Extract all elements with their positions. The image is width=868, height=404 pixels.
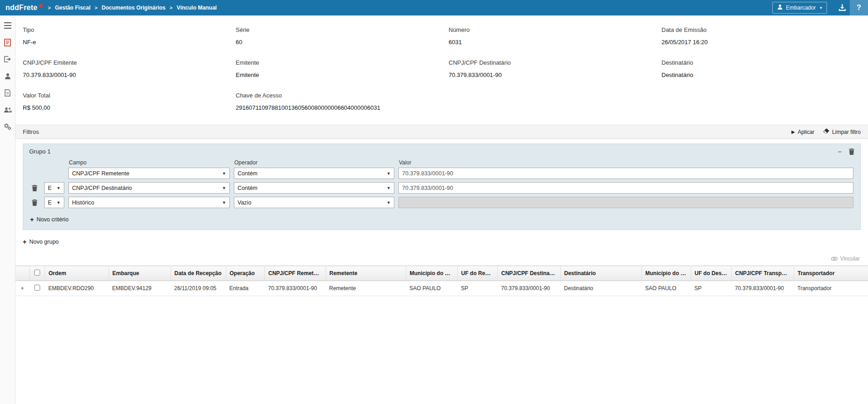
table-header-row: Ordem Embarque Data de Recepção Operação… xyxy=(16,266,868,281)
campo-select[interactable]: CNPJ/CPF Destinatário ▼ xyxy=(68,182,230,194)
cell-cnpj-destinatario: 70.379.833/0001-90 xyxy=(497,281,560,296)
column-header-ordem[interactable]: Ordem xyxy=(45,266,108,281)
table-row: + EMBDEV.RDO290 EMBDEV.94129 26/11/2019 … xyxy=(16,281,868,296)
field-data-emissao: Data de Emissão 26/05/2017 16:20 xyxy=(661,26,860,46)
campo-select[interactable]: CNPJ/CPF Remetente ▼ xyxy=(68,168,230,179)
results-table: Ordem Embarque Data de Recepção Operação… xyxy=(16,266,868,296)
operador-select[interactable]: Contém ▼ xyxy=(234,182,394,194)
chevron-down-icon: ▼ xyxy=(54,186,61,190)
new-group-label: Novo grupo xyxy=(29,239,59,245)
field-label: Valor Total xyxy=(23,92,236,99)
conjunction-select[interactable]: E ▼ xyxy=(44,197,64,208)
field-emitente: Emitente Emitente xyxy=(236,59,449,78)
filters-bar: Filtros ▶ Aplicar Limpar filtro xyxy=(16,125,868,139)
cell-ordem: EMBDEV.RDO290 xyxy=(45,281,108,296)
download-button[interactable] xyxy=(834,0,850,15)
field-value: 26/05/2017 16:20 xyxy=(661,39,860,46)
cell-embarque: EMBDEV.94129 xyxy=(108,281,170,296)
column-header-municipio-destinatario[interactable]: Município do De... xyxy=(641,266,691,281)
cell-destinatario: Destinatário xyxy=(560,281,641,296)
select-all-checkbox[interactable] xyxy=(34,270,40,276)
field-label: Número xyxy=(449,26,661,33)
apply-filter-label: Aplicar xyxy=(798,129,815,135)
breadcrumb-item-documentos-originarios[interactable]: Documentos Originários xyxy=(102,5,165,11)
delete-group-icon[interactable] xyxy=(849,148,854,155)
cell-municipio-remetente: SAO PAULO xyxy=(406,281,457,296)
help-button[interactable]: ? xyxy=(850,0,868,15)
field-valor-total: Valor Total R$ 500,00 xyxy=(23,92,236,111)
breadcrumb: > Gestão Fiscal > Documentos Originários… xyxy=(48,5,217,11)
column-header-transportador[interactable]: Transportador xyxy=(794,266,868,281)
plus-icon: + xyxy=(23,238,26,245)
brand-text: nddFrete xyxy=(5,4,37,11)
column-header-uf-remetente[interactable]: UF do Remet... xyxy=(457,266,497,281)
filter-criterion-row: E ▼ CNPJ/CPF Destinatário ▼ Contém ▼ xyxy=(29,182,854,194)
column-header-embarque[interactable]: Embarque xyxy=(108,266,170,281)
campo-column-label: Campo xyxy=(68,159,230,166)
menu-icon[interactable] xyxy=(3,21,13,30)
apply-filter-button[interactable]: ▶ Aplicar xyxy=(791,129,814,135)
collapse-group-icon[interactable]: − xyxy=(838,148,842,155)
column-header-uf-destinatario[interactable]: UF do Destin... xyxy=(691,266,731,281)
valor-input[interactable] xyxy=(398,168,853,179)
user-management-icon[interactable] xyxy=(3,72,13,81)
new-criterion-button[interactable]: + Novo critério xyxy=(30,216,68,223)
chevron-down-icon: ▼ xyxy=(384,200,391,205)
row-checkbox[interactable] xyxy=(34,285,40,291)
operador-select[interactable]: Contém ▼ xyxy=(234,168,394,179)
campo-select[interactable]: Histórico ▼ xyxy=(68,197,230,208)
column-header-destinatario[interactable]: Destinatário xyxy=(560,266,641,281)
chevron-down-icon: ▼ xyxy=(54,200,61,205)
cell-remetente: Remetente xyxy=(326,281,406,296)
column-header-cnpj-destinatario[interactable]: CNPJ/CPF Destinatário xyxy=(497,266,560,281)
page-layout: Tipo NF-e Série 60 Número 6031 Data de E… xyxy=(0,15,868,404)
breadcrumb-separator-icon: > xyxy=(95,5,98,10)
filter-criterion-row: CNPJ/CPF Remetente ▼ Contém ▼ xyxy=(29,168,854,179)
fiscal-document-icon[interactable] xyxy=(3,38,13,47)
settings-gears-icon[interactable] xyxy=(3,122,13,131)
topbar: nddFrete > Gestão Fiscal > Documentos Or… xyxy=(0,0,868,15)
user-profile-button[interactable]: Embarcador ▾ xyxy=(772,2,827,14)
play-icon: ▶ xyxy=(791,129,795,134)
conjunction-select[interactable]: E ▼ xyxy=(44,182,64,194)
column-header-municipio-remetente[interactable]: Município do Re... xyxy=(406,266,457,281)
field-label: Tipo xyxy=(23,26,236,33)
field-value: Destinatário xyxy=(661,72,860,78)
column-header-remetente[interactable]: Remetente xyxy=(326,266,406,281)
group-users-icon[interactable] xyxy=(3,105,13,114)
operador-select[interactable]: Vazio ▼ xyxy=(234,197,394,208)
vincular-button[interactable]: Vincular xyxy=(16,256,860,262)
cell-cnpj-remetente: 70.379.833/0001-90 xyxy=(264,281,326,296)
field-value: 70.379.833/0001-90 xyxy=(23,72,236,78)
document-icon[interactable] xyxy=(3,88,13,97)
field-label: Chave de Acesso xyxy=(236,92,860,99)
breadcrumb-item-gestao-fiscal[interactable]: Gestão Fiscal xyxy=(55,5,90,11)
filters-title: Filtros xyxy=(23,128,39,135)
field-label: Emitente xyxy=(236,59,449,66)
document-details: Tipo NF-e Série 60 Número 6031 Data de E… xyxy=(16,15,868,125)
delete-criterion-icon[interactable] xyxy=(29,185,40,191)
field-label: Destinatário xyxy=(661,59,860,66)
vincular-label: Vincular xyxy=(840,256,860,262)
clear-filter-button[interactable]: Limpar filtro xyxy=(823,128,861,135)
filter-criterion-row: E ▼ Histórico ▼ Vazio ▼ xyxy=(29,197,854,208)
topbar-right: Embarcador ▾ ? xyxy=(772,0,868,15)
expand-row-button[interactable]: + xyxy=(16,281,29,296)
column-header-operacao[interactable]: Operação xyxy=(226,266,264,281)
column-header-cnpj-remetente[interactable]: CNPJ/CPF Remetente xyxy=(264,266,326,281)
breadcrumb-separator-icon: > xyxy=(170,5,172,10)
valor-input[interactable] xyxy=(398,182,853,194)
chevron-down-icon: ▾ xyxy=(820,5,822,10)
breadcrumb-item-vinculo-manual[interactable]: Vínculo Manual xyxy=(176,5,217,11)
field-value: 2916071109788100136056008000000660400000… xyxy=(236,104,860,111)
column-header-data-recepcao[interactable]: Data de Recepção xyxy=(170,266,226,281)
new-group-button[interactable]: + Novo grupo xyxy=(23,238,59,245)
column-header-cnpj-transportador[interactable]: CNPJ/CPF Transportad... xyxy=(731,266,794,281)
field-numero: Número 6031 xyxy=(449,26,661,46)
link-icon xyxy=(831,256,837,262)
export-icon[interactable] xyxy=(3,55,13,64)
filter-group-panel: Grupo 1 − Campo Operador Valor xyxy=(23,143,861,230)
cell-cnpj-transportador: 70.379.833/0001-90 xyxy=(731,281,794,296)
delete-criterion-icon[interactable] xyxy=(29,199,40,206)
brand-logo[interactable]: nddFrete xyxy=(5,4,42,12)
